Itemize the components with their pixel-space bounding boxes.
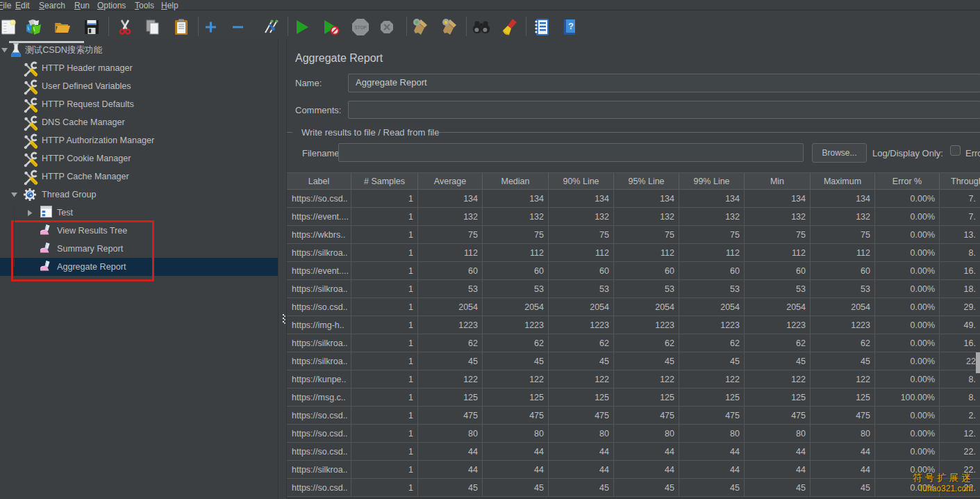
svg-text:?: ? [568,21,574,31]
svg-text:STOP: STOP [354,25,367,30]
